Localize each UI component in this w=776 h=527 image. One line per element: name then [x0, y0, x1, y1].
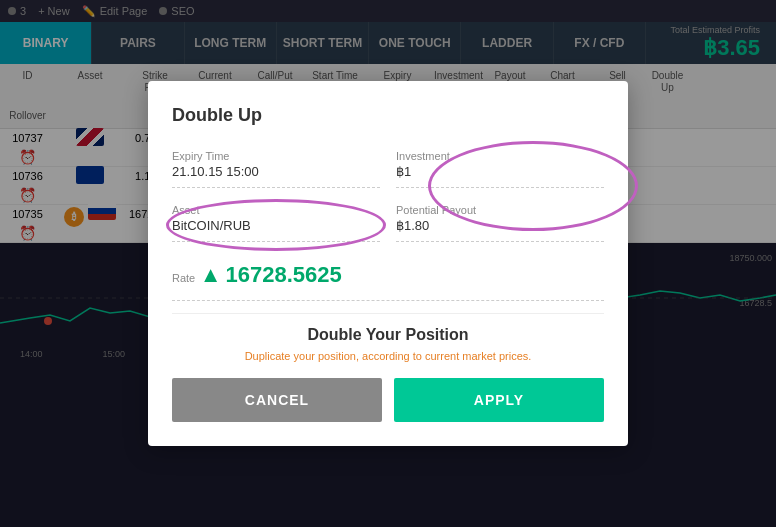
expiry-value: 21.10.15 15:00: [172, 164, 380, 179]
payout-label: Potential Payout: [396, 204, 604, 216]
double-position-section: Double Your Position Duplicate your posi…: [172, 313, 604, 362]
payout-value: ฿1.80: [396, 218, 604, 233]
modal-field-payout: Potential Payout ฿1.80: [396, 196, 604, 242]
rate-value: ▲16728.5625: [200, 262, 342, 287]
modal-buttons: CANCEL APPLY: [172, 378, 604, 422]
modal-doubleup: Double Up Expiry Time 21.10.15 15:00 Inv…: [148, 81, 628, 446]
investment-label: Investment: [396, 150, 604, 162]
double-desc: Duplicate your position, according to cu…: [172, 350, 604, 362]
modal-field-expiry: Expiry Time 21.10.15 15:00: [172, 142, 380, 188]
asset-label: Asset: [172, 204, 380, 216]
expiry-label: Expiry Time: [172, 150, 380, 162]
rate-arrow-icon: ▲: [200, 262, 222, 287]
apply-button[interactable]: APPLY: [394, 378, 604, 422]
modal-title: Double Up: [172, 105, 604, 126]
double-title: Double Your Position: [172, 326, 604, 344]
cancel-button[interactable]: CANCEL: [172, 378, 382, 422]
modal-overlay: Double Up Expiry Time 21.10.15 15:00 Inv…: [0, 0, 776, 527]
rate-row: Rate ▲16728.5625: [172, 250, 604, 301]
modal-field-investment: Investment ฿1: [396, 142, 604, 188]
asset-value: BitCOIN/RUB: [172, 218, 380, 233]
rate-label: Rate: [172, 272, 195, 284]
investment-value: ฿1: [396, 164, 604, 179]
modal-field-asset: Asset BitCOIN/RUB: [172, 196, 380, 242]
modal-fields-grid: Expiry Time 21.10.15 15:00 Investment ฿1…: [172, 142, 604, 242]
